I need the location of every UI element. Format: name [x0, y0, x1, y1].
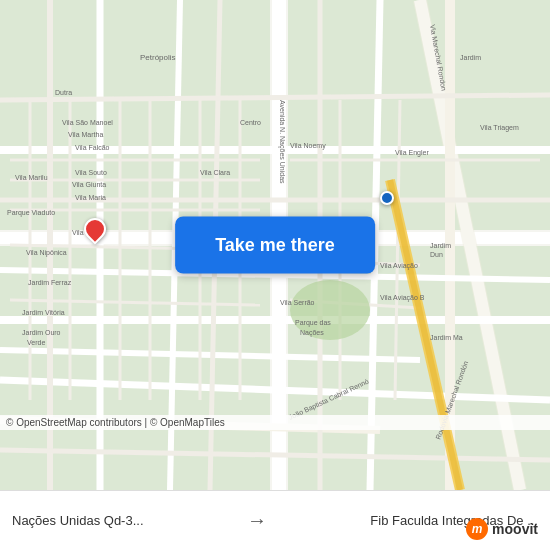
svg-text:Vila Maria: Vila Maria	[75, 194, 106, 201]
svg-text:Vila Souto: Vila Souto	[75, 169, 107, 176]
svg-text:Vila Aviação B: Vila Aviação B	[380, 294, 425, 302]
svg-text:Vila Martha: Vila Martha	[68, 131, 103, 138]
take-me-there-button[interactable]: Take me there	[175, 217, 375, 274]
svg-text:Petrópolis: Petrópolis	[140, 53, 176, 62]
svg-text:Jardim Ma: Jardim Ma	[430, 334, 463, 341]
moovit-icon: m	[466, 518, 488, 540]
svg-text:Vila Triagem: Vila Triagem	[480, 124, 519, 132]
svg-text:Vila: Vila	[72, 229, 84, 236]
svg-text:Jardim: Jardim	[460, 54, 481, 61]
svg-text:Dutra: Dutra	[55, 89, 72, 96]
svg-text:Avenida N. Nações Unidas: Avenida N. Nações Unidas	[278, 100, 286, 184]
svg-text:Vila São Manoel: Vila São Manoel	[62, 119, 113, 126]
svg-text:Jardim Ferraz: Jardim Ferraz	[28, 279, 72, 286]
svg-text:Vila Clara: Vila Clara	[200, 169, 230, 176]
svg-text:Jardim Ouro: Jardim Ouro	[22, 329, 61, 336]
attribution-text: © OpenStreetMap contributors | © OpenMap…	[6, 417, 225, 428]
svg-text:Dun: Dun	[430, 251, 443, 258]
svg-text:Vila Falcão: Vila Falcão	[75, 144, 110, 151]
svg-text:Vila Giunta: Vila Giunta	[72, 181, 106, 188]
moovit-text: moovit	[492, 521, 538, 537]
svg-text:Jardim: Jardim	[430, 242, 451, 249]
attribution-bar: © OpenStreetMap contributors | © OpenMap…	[0, 415, 550, 430]
svg-text:Centro: Centro	[240, 119, 261, 126]
svg-text:Verde: Verde	[27, 339, 45, 346]
moovit-logo: m moovit	[466, 518, 538, 540]
bottom-bar: Nações Unidas Qd-3... → Fib Faculda Inte…	[0, 490, 550, 550]
svg-text:Vila Noemy: Vila Noemy	[290, 142, 326, 150]
map-container: Petrópolis Dutra Jardim Vila Triagem Vil…	[0, 0, 550, 490]
svg-text:Nações: Nações	[300, 329, 324, 337]
svg-text:Vila Aviação: Vila Aviação	[380, 262, 418, 270]
from-label: Nações Unidas Qd-3...	[12, 513, 144, 528]
svg-text:Jardim Vitória: Jardim Vitória	[22, 309, 65, 316]
arrow-container: →	[239, 509, 275, 532]
arrow-icon: →	[247, 509, 267, 532]
from-location: Nações Unidas Qd-3...	[12, 513, 144, 528]
svg-text:Parque Viaduto: Parque Viaduto	[7, 209, 55, 217]
svg-text:Vila Nipônica: Vila Nipônica	[26, 249, 67, 257]
origin-dot	[380, 191, 394, 205]
svg-text:Vila Serrão: Vila Serrão	[280, 299, 315, 306]
svg-text:Vila Engler: Vila Engler	[395, 149, 429, 157]
destination-pin	[84, 218, 106, 240]
svg-text:Parque das: Parque das	[295, 319, 331, 327]
svg-text:Vila Marilu: Vila Marilu	[15, 174, 48, 181]
